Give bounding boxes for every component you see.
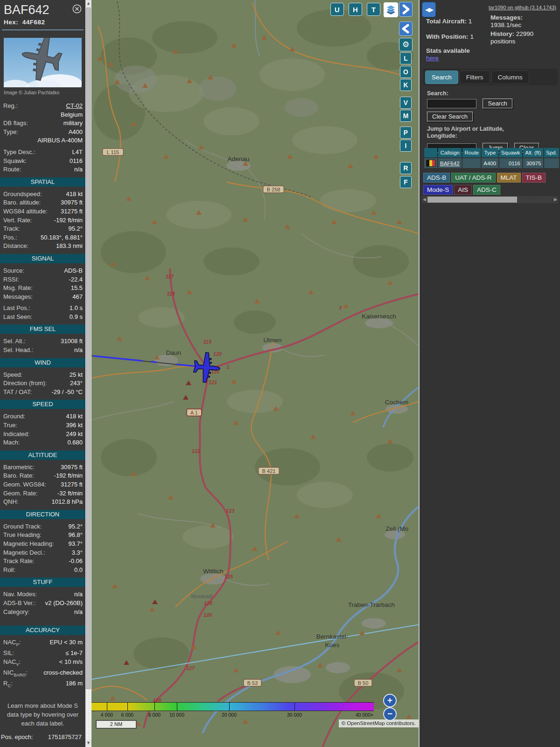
badge-tis-b[interactable]: TIS-B [522,173,546,183]
registration-link[interactable]: CT-02 [66,102,83,111]
map-button-v[interactable]: V [400,97,412,109]
table-horizontal-scrollbar[interactable]: ◀ ▶ [422,196,558,203]
detail-value: 96.8° [68,531,83,540]
tab-filters[interactable]: Filters [460,70,490,84]
section-header: STUFF [0,578,85,587]
detail-label: WGS84 altitude: [3,207,48,216]
github-link[interactable]: tar1090 on github (3.14.1743) [489,5,556,10]
table-header-icon[interactable] [424,148,437,157]
km-marker: 123 [226,508,234,514]
road-shields: L 115B 258A 1B 421B 53B 50 [103,148,372,686]
badge-ais[interactable]: AIS [454,185,472,195]
svg-text:L 115: L 115 [107,149,119,155]
table-header-Callsign[interactable]: Callsign [438,148,462,157]
map-button-h[interactable]: H [349,3,362,16]
tab-columns[interactable]: Columns [491,70,529,84]
detail-value: 50.183°, 6.881° [41,233,83,242]
map[interactable]: L 115B 258A 1B 421B 53B 50 1171181191201… [91,0,419,747]
badge-uat-ads-r[interactable]: UAT / ADS-R [451,173,495,183]
road-shield: B 50 [354,679,372,686]
table-row[interactable]: BAF642A400011630975 [424,158,559,168]
stats-here-link[interactable]: here [426,55,439,62]
detail-value: < 10 m/s [59,658,83,667]
map-button-l[interactable]: L [400,52,412,64]
detail-value: v2 (DO-260B) [45,599,83,608]
svg-text:B 421: B 421 [262,468,276,474]
osm-attribution[interactable]: © OpenStreetMap contributors. [339,719,419,727]
tab-search[interactable]: Search [425,70,458,84]
search-button[interactable]: Search [483,99,512,108]
detail-label: NICBARO: [3,669,28,679]
table-header-Alt. (ft)[interactable]: Alt. (ft) [523,148,543,157]
map-button-k[interactable]: K [400,79,412,91]
sidebar-expand-button[interactable] [399,2,413,17]
km-marker: 3 [339,305,342,310]
map-button-p[interactable]: P [400,127,412,139]
section-header: WIND [0,358,85,367]
aircraft-photo[interactable] [4,38,82,87]
detail-label: Indicated: [3,430,29,439]
left-panel-scrollbar[interactable]: ▲ ▼ [85,0,91,747]
detail-row: ADS-B Ver.:v2 (DO-260B) [0,599,85,608]
detail-value: 95.2° [68,225,83,233]
detail-row: Source:ADS-B [0,267,85,275]
scroll-up-icon[interactable]: ▲ [85,0,91,7]
detail-row: Speed:25 kt [0,371,85,380]
hscroll-thumb[interactable] [427,197,517,203]
clear-search-button[interactable]: Clear Search [427,112,473,121]
detail-value: 95.2° [68,522,83,531]
scroll-down-icon[interactable]: ▼ [85,740,91,746]
map-button-u[interactable]: U [330,3,344,16]
sidebar-toggle-button[interactable]: ◀▶ [422,2,436,17]
detail-row: Geom. WGS84:31275 ft [0,480,85,489]
settings-button[interactable]: ⚙ [399,38,413,51]
detail-row: Category:n/a [0,608,85,617]
map-button-r[interactable]: R [400,162,412,174]
detail-label: Category: [3,608,29,617]
detail-label: ADS-B Ver.: [3,599,35,608]
map-button-i[interactable]: I [400,140,412,152]
detail-value: 30975 ft [61,463,83,472]
table-header-Spd.[interactable]: Spd. [544,148,559,157]
belgium-flag-icon [426,160,435,167]
altitude-legend [91,702,374,711]
badge-mlat[interactable]: MLAT [497,173,521,183]
zoom-out-button[interactable]: − [383,707,397,721]
callsign-link[interactable]: BAF642 [440,161,460,166]
detail-row: Sel. Alt.:31008 ft [0,337,85,346]
table-header-Route[interactable]: Route [462,148,481,157]
town-label: Daun [166,349,181,356]
map-button-m[interactable]: M [400,110,412,122]
table-header-Squawk[interactable]: Squawk [499,148,522,157]
layers-button[interactable] [384,2,398,17]
table-header-Type[interactable]: Type [482,148,498,157]
chevron-left-icon [399,22,412,35]
scroll-left-icon[interactable]: ◀ [422,196,427,203]
detail-value: 3.3° [72,549,83,557]
tar1090-app: BAF642 Hex: 44F682 [0,0,560,747]
badge-ads-c[interactable]: ADS-C [473,185,500,195]
search-input[interactable] [427,99,476,108]
map-button-t[interactable]: T [367,3,380,16]
badge-ads-b[interactable]: ADS-B [423,173,450,183]
detail-value: 31008 ft [61,337,83,346]
left-right-arrows-icon: ◀▶ [425,6,433,13]
hex-code: Hex: 44F682 [0,17,85,26]
scrollbar-thumb[interactable] [86,7,91,689]
badge-mode-s[interactable]: Mode-S [423,185,453,195]
panel-collapse-button[interactable] [399,21,413,36]
detail-row: AIRBUS A-400M [0,136,85,145]
km-marker: 127 [186,665,195,671]
table-cell: 0116 [499,158,522,168]
detail-label: Geom. Rate: [3,489,38,498]
road-shield: L 115 [103,148,124,155]
zoom-in-button[interactable]: + [383,694,397,707]
detail-label: Barometric: [3,463,34,472]
scroll-right-icon[interactable]: ▶ [553,196,558,203]
detail-value: military [63,119,83,128]
map-button-f[interactable]: F [400,176,412,188]
map-button-o[interactable]: O [400,66,412,78]
close-icon[interactable] [72,4,82,14]
town-label: Kaisersesch [362,313,396,320]
detail-row: Messages:467 [0,293,85,302]
